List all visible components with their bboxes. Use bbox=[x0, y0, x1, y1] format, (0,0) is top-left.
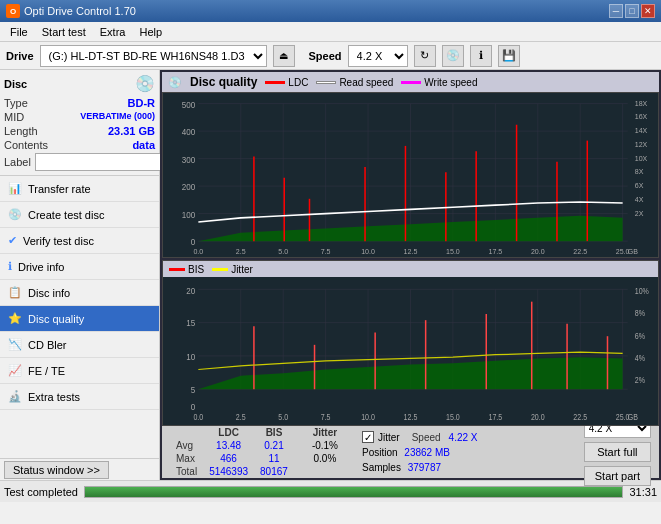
svg-text:22.5: 22.5 bbox=[573, 247, 587, 256]
refresh-button[interactable]: ↻ bbox=[414, 45, 436, 67]
disc-length-row: Length 23.31 GB bbox=[4, 125, 155, 137]
nav-drive-info[interactable]: ℹ Drive info bbox=[0, 254, 159, 280]
start-full-button[interactable]: Start full bbox=[584, 442, 651, 462]
legend-bis: BIS bbox=[169, 264, 204, 275]
svg-text:10X: 10X bbox=[635, 154, 648, 163]
svg-text:2.5: 2.5 bbox=[236, 412, 246, 422]
svg-text:7.5: 7.5 bbox=[321, 247, 331, 256]
title-bar-buttons: ─ □ ✕ bbox=[609, 4, 655, 18]
position-label: Position bbox=[362, 447, 398, 458]
transfer-rate-icon: 📊 bbox=[8, 182, 22, 195]
chart-header: 💿 Disc quality LDC Read speed Write spee… bbox=[162, 72, 659, 92]
minimize-button[interactable]: ─ bbox=[609, 4, 623, 18]
progress-bar-fill bbox=[85, 487, 622, 497]
legend-jitter-color bbox=[212, 268, 228, 271]
svg-text:12X: 12X bbox=[635, 140, 648, 149]
svg-text:10%: 10% bbox=[635, 287, 649, 297]
nav-verify-test-disc[interactable]: ✔ Verify test disc bbox=[0, 228, 159, 254]
legend-bis-color bbox=[169, 268, 185, 271]
nav-disc-quality[interactable]: ⭐ Disc quality bbox=[0, 306, 159, 332]
svg-text:18X: 18X bbox=[635, 99, 648, 108]
disc-section-title: Disc bbox=[4, 78, 27, 90]
svg-text:0.0: 0.0 bbox=[193, 247, 203, 256]
start-part-button[interactable]: Start part bbox=[584, 466, 651, 486]
disc-button[interactable]: 💿 bbox=[442, 45, 464, 67]
app-title: Opti Drive Control 1.70 bbox=[24, 5, 136, 17]
disc-quality-icon: ⭐ bbox=[8, 312, 22, 325]
cd-bler-icon: 📉 bbox=[8, 338, 22, 351]
menu-file[interactable]: File bbox=[4, 24, 34, 40]
nav-fe-te-label: FE / TE bbox=[28, 365, 65, 377]
jitter-label: Jitter bbox=[378, 432, 400, 443]
svg-text:GB: GB bbox=[628, 412, 638, 422]
disc-contents-row: Contents data bbox=[4, 139, 155, 151]
total-ldc: 5146393 bbox=[203, 465, 254, 478]
disc-type-row: Type BD-R bbox=[4, 97, 155, 109]
disc-mid-label: MID bbox=[4, 111, 24, 123]
legend-bis-label: BIS bbox=[188, 264, 204, 275]
chart-cd-icon: 💿 bbox=[168, 76, 182, 89]
svg-text:15.0: 15.0 bbox=[446, 412, 460, 422]
nav-section: 📊 Transfer rate 💿 Create test disc ✔ Ver… bbox=[0, 176, 159, 458]
chart-title: Disc quality bbox=[190, 75, 257, 89]
nav-extra-tests-label: Extra tests bbox=[28, 391, 80, 403]
svg-text:2X: 2X bbox=[635, 209, 644, 218]
legend-write-label: Write speed bbox=[424, 77, 477, 88]
svg-text:500: 500 bbox=[182, 101, 196, 110]
disc-length-value: 23.31 GB bbox=[108, 125, 155, 137]
jitter-checkbox[interactable]: ✓ bbox=[362, 431, 374, 443]
menu-help[interactable]: Help bbox=[133, 24, 168, 40]
svg-text:8%: 8% bbox=[635, 309, 645, 319]
info-button[interactable]: ℹ bbox=[470, 45, 492, 67]
jitter-checkbox-row: ✓ Jitter Speed 4.22 X bbox=[362, 431, 478, 443]
svg-text:6%: 6% bbox=[635, 331, 645, 341]
maximize-button[interactable]: □ bbox=[625, 4, 639, 18]
position-value: 23862 MB bbox=[404, 447, 450, 458]
bottom-status: Test completed bbox=[4, 486, 78, 498]
speed-text-label: Speed bbox=[412, 432, 441, 443]
nav-drive-info-label: Drive info bbox=[18, 261, 64, 273]
col-bis: BIS bbox=[254, 426, 294, 439]
col-jitter: Jitter bbox=[306, 426, 344, 439]
bottom-chart-svg: 20 15 10 5 0 10% 8% 6% 4% 2% 0.0 2.5 5.0… bbox=[163, 277, 658, 425]
eject-button[interactable]: ⏏ bbox=[273, 45, 295, 67]
legend-jitter: Jitter bbox=[212, 264, 253, 275]
menu-extra[interactable]: Extra bbox=[94, 24, 132, 40]
disc-mid-row: MID VERBATIMe (000) bbox=[4, 111, 155, 123]
disc-contents-label: Contents bbox=[4, 139, 48, 151]
disc-label-row: Label 🔍 bbox=[4, 153, 155, 171]
svg-text:5.0: 5.0 bbox=[278, 412, 288, 422]
disc-header: Disc 💿 bbox=[4, 74, 155, 93]
svg-text:14X: 14X bbox=[635, 126, 648, 135]
status-window-button[interactable]: Status window >> bbox=[4, 461, 109, 479]
samples-value: 379787 bbox=[408, 462, 441, 473]
save-button[interactable]: 💾 bbox=[498, 45, 520, 67]
status-bar: Status window >> bbox=[0, 458, 159, 480]
svg-text:17.5: 17.5 bbox=[488, 412, 502, 422]
svg-text:0: 0 bbox=[191, 401, 195, 412]
drive-info-icon: ℹ bbox=[8, 260, 12, 273]
legend-ldc: LDC bbox=[265, 77, 308, 88]
col-ldc: LDC bbox=[203, 426, 254, 439]
svg-text:10.0: 10.0 bbox=[361, 412, 375, 422]
close-button[interactable]: ✕ bbox=[641, 4, 655, 18]
svg-text:6X: 6X bbox=[635, 181, 644, 190]
svg-text:15.0: 15.0 bbox=[446, 247, 460, 256]
avg-ldc: 13.48 bbox=[203, 439, 254, 452]
nav-fe-te[interactable]: 📈 FE / TE bbox=[0, 358, 159, 384]
svg-text:12.5: 12.5 bbox=[404, 412, 418, 422]
nav-cd-bler[interactable]: 📉 CD Bler bbox=[0, 332, 159, 358]
svg-text:5: 5 bbox=[191, 384, 195, 395]
nav-transfer-rate[interactable]: 📊 Transfer rate bbox=[0, 176, 159, 202]
disc-mid-value: VERBATIMe (000) bbox=[80, 111, 155, 123]
drive-select[interactable]: (G:) HL-DT-ST BD-RE WH16NS48 1.D3 bbox=[40, 45, 267, 67]
nav-cd-bler-label: CD Bler bbox=[28, 339, 67, 351]
speed-select[interactable]: 4.2 X bbox=[348, 45, 408, 67]
nav-extra-tests[interactable]: 🔬 Extra tests bbox=[0, 384, 159, 410]
nav-create-test-disc[interactable]: 💿 Create test disc bbox=[0, 202, 159, 228]
menu-start-test[interactable]: Start test bbox=[36, 24, 92, 40]
nav-disc-info[interactable]: 📋 Disc info bbox=[0, 280, 159, 306]
disc-label-input[interactable] bbox=[35, 153, 168, 171]
legend-ldc-label: LDC bbox=[288, 77, 308, 88]
legend-ldc-color bbox=[265, 81, 285, 84]
